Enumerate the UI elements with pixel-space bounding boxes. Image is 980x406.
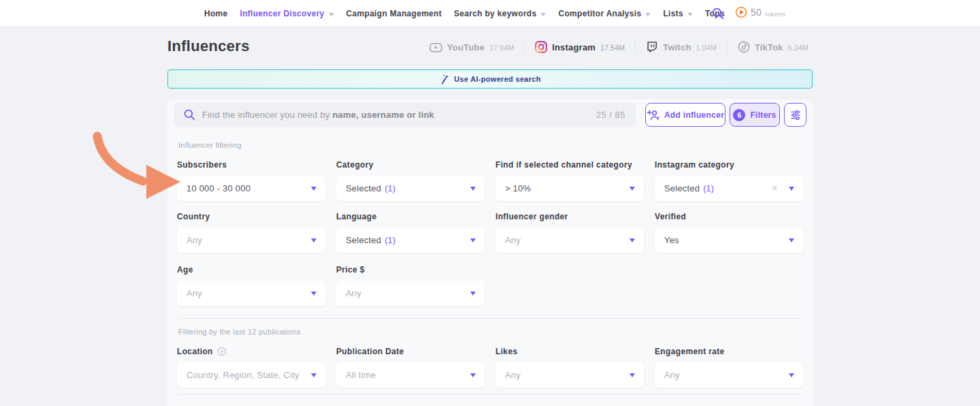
location-select[interactable]: Country, Region, State, City — [177, 362, 325, 388]
select-value: Yes — [664, 235, 679, 245]
age-select[interactable]: Any — [177, 281, 325, 306]
divider — [178, 318, 802, 319]
field-label: Verified — [655, 212, 803, 221]
field-likes: Likes Any — [495, 347, 644, 388]
country-select[interactable]: Any — [177, 228, 325, 253]
nav-item-lists[interactable]: Lists — [663, 9, 693, 18]
field-location: Location ? Country, Region, State, City — [177, 347, 325, 388]
top-nav: Home Influencer Discovery Campaign Manag… — [0, 0, 980, 27]
search-icon[interactable] — [712, 7, 724, 20]
search-icon — [184, 109, 195, 121]
tab-youtube[interactable]: YouTube 17.94M — [429, 41, 524, 54]
channel-category-share-select[interactable]: > 10% — [495, 176, 644, 201]
tab-twitch[interactable]: Twitch 1.04M — [636, 41, 727, 53]
add-influencer-button[interactable]: Add influencer — [645, 103, 725, 127]
field-label: Engagement rate — [655, 347, 803, 356]
tab-tiktok[interactable]: TikTok 6.34M — [728, 41, 808, 53]
select-value: Selected — [346, 183, 381, 193]
selected-count: (1) — [385, 183, 395, 193]
select-value: Any — [346, 288, 361, 298]
section-title-last-publications: Filtering by the last 12 publications — [178, 328, 301, 336]
add-user-icon — [647, 110, 659, 121]
select-value: Selected — [664, 183, 700, 193]
divider — [178, 394, 802, 394]
select-value: Any — [505, 235, 521, 245]
platform-name: TikTok — [755, 42, 783, 52]
field-instagram-category: Instagram category Selected (1) ✕ — [655, 160, 803, 201]
nav-label: Influencer Discovery — [240, 9, 325, 18]
select-value: > 10% — [505, 183, 531, 193]
magic-wand-icon — [439, 74, 449, 84]
twitch-icon — [646, 41, 658, 53]
subscribers-select[interactable]: 10 000 - 30 000 — [177, 176, 325, 201]
influencer-gender-select[interactable]: Any — [495, 228, 644, 253]
token-icon — [735, 6, 747, 18]
filter-settings-button[interactable] — [784, 103, 806, 127]
nav-items: Home Influencer Discovery Campaign Manag… — [204, 0, 725, 27]
nav-item-search-by-keywords[interactable]: Search by keywords — [454, 9, 546, 18]
chevron-down-icon — [687, 13, 693, 16]
select-value: Any — [186, 235, 202, 245]
tokens-balance[interactable]: 50 tokens — [735, 6, 785, 18]
select-value: All time — [346, 370, 376, 380]
ai-search-label: Use AI-powered search — [454, 75, 541, 83]
add-influencer-label: Add influencer — [664, 110, 724, 120]
page-title: Influencers — [167, 37, 250, 55]
language-select[interactable]: Selected (1) — [336, 228, 485, 253]
help-icon[interactable]: ? — [217, 347, 227, 356]
nav-label: Home — [204, 9, 228, 18]
instagram-category-select[interactable]: Selected (1) ✕ — [655, 176, 803, 201]
filters-panel: Find the influencer you need by name, us… — [167, 99, 813, 406]
nav-item-home[interactable]: Home — [204, 9, 228, 18]
verified-select[interactable]: Yes — [655, 228, 803, 253]
filters-button[interactable]: 6 Filters — [730, 103, 780, 127]
field-subscribers: Subscribers 10 000 - 30 000 — [177, 160, 325, 201]
field-label: Location ? — [177, 347, 325, 356]
platform-count: 17.94M — [489, 44, 514, 52]
search-input[interactable]: Find the influencer you need by name, us… — [174, 102, 636, 127]
engagement-rate-select[interactable]: Any — [655, 362, 803, 388]
tab-instagram[interactable]: Instagram 17.54M — [525, 41, 635, 53]
select-value: Selected — [346, 235, 381, 245]
platform-name: Instagram — [552, 42, 595, 52]
platform-name: YouTube — [447, 42, 485, 52]
select-value: Any — [664, 370, 680, 380]
price-select[interactable]: Any — [336, 281, 485, 306]
select-value: Country, Region, State, City — [186, 370, 299, 380]
field-label: Country — [177, 212, 325, 221]
field-label: Subscribers — [177, 160, 325, 170]
chevron-down-icon — [789, 187, 794, 191]
tokens-unit: tokens — [765, 10, 785, 18]
chevron-down-icon — [630, 238, 635, 243]
platform-count: 6.34M — [788, 44, 808, 52]
nav-label: Lists — [663, 9, 683, 18]
category-select[interactable]: Selected (1) — [336, 176, 485, 201]
nav-item-influencer-discovery[interactable]: Influencer Discovery — [240, 9, 334, 18]
clear-icon[interactable]: ✕ — [772, 184, 778, 193]
nav-label: Competitor Analysis — [558, 9, 641, 18]
field-language: Language Selected (1) — [336, 212, 485, 253]
platform-count: 1.04M — [696, 44, 717, 52]
field-channel-category-share: Find if selected channel category > 10% — [495, 160, 644, 201]
search-placeholder: Find the influencer you need by name, us… — [202, 110, 434, 120]
field-publication-date: Publication Date All time — [336, 347, 485, 388]
platform-tabs: YouTube 17.94M Instagram 17.54M Twitch 1… — [429, 38, 808, 56]
field-label: Age — [177, 265, 325, 275]
publication-date-select[interactable]: All time — [336, 362, 485, 388]
instagram-icon — [535, 41, 547, 53]
select-value: 10 000 - 30 000 — [186, 183, 250, 193]
nav-item-competitor-analysis[interactable]: Competitor Analysis — [558, 9, 651, 18]
likes-select[interactable]: Any — [495, 362, 644, 388]
nav-item-campaign-management[interactable]: Campaign Management — [346, 9, 442, 18]
search-counter: 25 / 85 — [596, 110, 625, 120]
chevron-down-icon — [470, 292, 476, 296]
chevron-down-icon — [645, 13, 651, 16]
field-label: Price $ — [336, 265, 485, 275]
platform-name: Twitch — [663, 42, 691, 52]
field-country: Country Any — [177, 212, 325, 253]
chevron-down-icon — [311, 187, 316, 191]
field-label: Language — [336, 212, 485, 221]
chevron-down-icon — [630, 187, 635, 191]
ai-search-banner[interactable]: Use AI-powered search — [167, 69, 813, 89]
filters-count-badge: 6 — [733, 109, 745, 121]
